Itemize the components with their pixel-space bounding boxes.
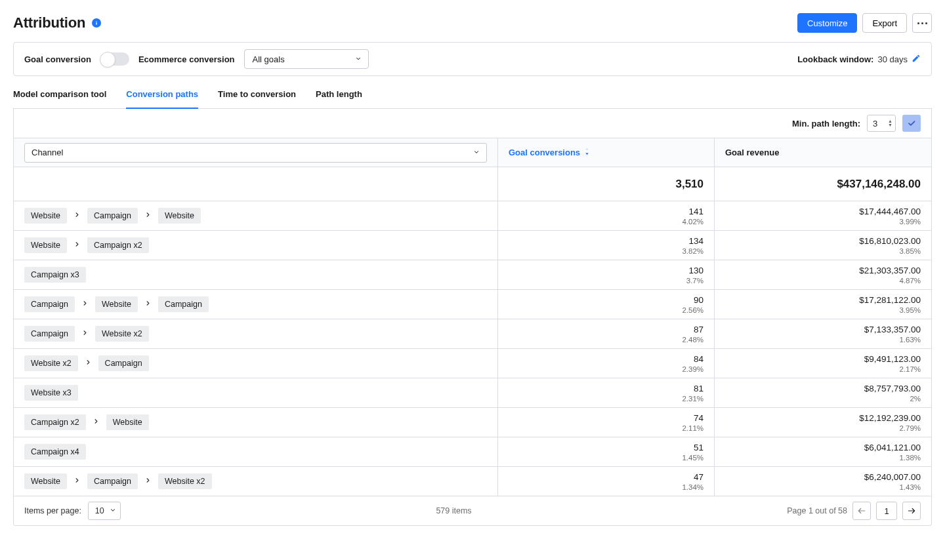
conversions-cell: 471.34%: [498, 467, 715, 496]
items-per-page-value: 10: [95, 506, 104, 515]
table-row: WebsiteCampaignWebsite1414.02%$17,444,46…: [14, 201, 931, 231]
revenue-cell: $12,192,239.002.79%: [715, 408, 931, 437]
lookback-value: 30 days: [877, 54, 908, 64]
number-spinner-icon[interactable]: ▲▼: [888, 119, 892, 127]
path-cell: Website x3: [14, 378, 498, 407]
tabs: Model comparison toolConversion pathsTim…: [13, 89, 932, 109]
revenue-cell: $21,303,357.004.87%: [715, 260, 931, 289]
conversions-pct: 3.82%: [682, 247, 704, 255]
ecommerce-toggle[interactable]: [100, 52, 129, 66]
path-chip: Website: [106, 414, 149, 430]
apply-min-path-button[interactable]: [902, 115, 921, 132]
table-row: Campaign x31303.7%$21,303,357.004.87%: [14, 260, 931, 290]
more-menu-button[interactable]: [912, 13, 932, 33]
revenue-pct: 3.99%: [899, 218, 921, 226]
chevron-right-icon: [85, 359, 92, 368]
path-chip: Website x3: [24, 385, 78, 401]
path-chip: Campaign: [87, 473, 138, 489]
revenue-value: $16,810,023.00: [859, 236, 921, 246]
revenue-cell: $16,810,023.003.85%: [715, 231, 931, 260]
min-path-label: Min. path length:: [792, 119, 860, 129]
path-chip: Campaign: [24, 326, 75, 342]
customize-button[interactable]: Customize: [797, 13, 857, 33]
conversions-value: 47: [694, 472, 704, 482]
conversions-cell: 1343.82%: [498, 231, 715, 260]
path-cell: Campaign x4: [14, 437, 498, 466]
conversions-value: 130: [688, 266, 704, 275]
ecommerce-conversion-label: Ecommerce conversion: [138, 54, 235, 64]
revenue-value: $8,757,793.00: [864, 384, 921, 393]
path-chip: Website: [24, 237, 67, 253]
channel-select-value: Channel: [32, 148, 63, 157]
path-chip: Campaign: [158, 296, 209, 312]
revenue-pct: 3.85%: [899, 247, 921, 255]
table-row: CampaignWebsite x2872.48%$7,133,357.001.…: [14, 319, 931, 349]
conversions-cell: 842.39%: [498, 349, 715, 378]
conversions-value: 141: [688, 207, 704, 216]
table-row: WebsiteCampaign x21343.82%$16,810,023.00…: [14, 231, 931, 260]
chevron-down-icon: [473, 148, 480, 157]
conversions-cell: 511.45%: [498, 437, 715, 466]
total-revenue: $437,146,248.00: [715, 167, 931, 201]
conversions-value: 84: [694, 354, 704, 364]
tab-conversion-paths[interactable]: Conversion paths: [126, 89, 198, 108]
items-per-page-select[interactable]: 10: [88, 502, 121, 520]
chevron-right-icon: [74, 211, 81, 220]
revenue-pct: 3.95%: [899, 306, 921, 314]
tab-path-length[interactable]: Path length: [316, 89, 362, 108]
chevron-right-icon: [81, 300, 89, 309]
revenue-column-header[interactable]: Goal revenue: [725, 148, 779, 157]
chevron-right-icon: [74, 477, 81, 486]
path-chip: Website x2: [24, 355, 78, 371]
edit-icon[interactable]: [912, 54, 921, 65]
conversions-pct: 1.34%: [682, 483, 704, 491]
goal-select[interactable]: All goals: [244, 49, 369, 69]
revenue-value: $7,133,357.00: [864, 325, 921, 334]
conversions-pct: 2.11%: [682, 424, 704, 432]
revenue-cell: $9,491,123.002.17%: [715, 349, 931, 378]
export-button[interactable]: Export: [862, 13, 907, 33]
next-page-button[interactable]: [902, 502, 921, 520]
revenue-value: $9,491,123.00: [864, 354, 921, 364]
conversions-value: 81: [694, 384, 704, 393]
revenue-value: $6,240,007.00: [864, 472, 921, 482]
sort-indicator-icon: [584, 148, 590, 157]
totals-spacer: [14, 167, 498, 201]
revenue-pct: 2.17%: [899, 365, 921, 373]
path-chip: Campaign x2: [87, 237, 149, 253]
path-chip: Website: [24, 473, 67, 489]
chevron-right-icon: [93, 418, 100, 427]
path-cell: Website x2Campaign: [14, 349, 498, 378]
revenue-value: $6,041,121.00: [864, 443, 921, 452]
path-chip: Campaign x3: [24, 267, 86, 283]
path-chip: Website: [24, 208, 67, 224]
items-per-page-label: Items per page:: [24, 506, 81, 515]
revenue-cell: $6,240,007.001.43%: [715, 467, 931, 496]
conversions-pct: 3.7%: [686, 277, 704, 285]
more-icon: [917, 22, 927, 24]
revenue-pct: 2%: [910, 395, 921, 403]
min-path-input[interactable]: 3 ▲▼: [867, 115, 896, 132]
tab-model-comparison[interactable]: Model comparison tool: [13, 89, 106, 108]
conversions-pct: 2.39%: [682, 365, 704, 373]
prev-page-button[interactable]: [852, 502, 871, 520]
conversions-cell: 742.11%: [498, 408, 715, 437]
path-chip: Campaign x2: [24, 414, 86, 430]
tab-time-to-conversion[interactable]: Time to conversion: [218, 89, 296, 108]
revenue-pct: 1.38%: [899, 454, 921, 462]
conversions-value: 51: [694, 443, 704, 452]
page-number-input[interactable]: 1: [876, 502, 897, 520]
path-cell: Campaign x3: [14, 260, 498, 289]
conversions-column-header[interactable]: Goal conversions: [509, 148, 590, 157]
page-info: Page 1 out of 58: [787, 506, 847, 515]
chevron-right-icon: [81, 329, 89, 338]
path-chip: Campaign: [98, 355, 149, 371]
conversions-value: 134: [688, 236, 704, 246]
channel-dimension-select[interactable]: Channel: [24, 143, 487, 163]
path-cell: CampaignWebsite x2: [14, 319, 498, 348]
path-chip: Website x2: [95, 326, 149, 342]
conversions-column-label: Goal conversions: [509, 148, 580, 157]
table-row: WebsiteCampaignWebsite x2471.34%$6,240,0…: [14, 467, 931, 496]
info-icon[interactable]: [92, 18, 101, 28]
table-row: CampaignWebsiteCampaign902.56%$17,281,12…: [14, 290, 931, 319]
